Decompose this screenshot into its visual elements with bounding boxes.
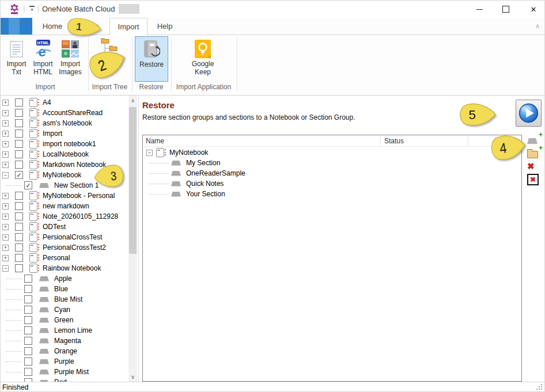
collapse-icon[interactable]: −	[2, 172, 9, 178]
expand-icon[interactable]: +	[2, 214, 9, 220]
checkbox[interactable]	[15, 223, 23, 231]
delete-all-button[interactable]: ✖	[527, 173, 543, 186]
expand-icon[interactable]: +	[2, 234, 9, 241]
expand-icon[interactable]: +	[2, 131, 9, 137]
checkbox[interactable]	[15, 109, 23, 117]
checkbox[interactable]	[15, 119, 23, 127]
collapse-icon[interactable]: −	[146, 150, 153, 156]
notebook-tree-item[interactable]: +ODTest	[1, 222, 128, 232]
checkbox[interactable]	[15, 130, 23, 138]
tree-scrollbar[interactable]: ∧ ∨	[128, 96, 137, 382]
column-header-name[interactable]: Name	[146, 137, 164, 145]
section-tree-item[interactable]: Purple	[1, 356, 128, 367]
column-header-status[interactable]: Status	[384, 137, 404, 145]
notebook-tree-item[interactable]: +Import	[1, 128, 128, 139]
checkbox[interactable]	[24, 357, 32, 366]
quick-access-dropdown-icon[interactable]: ▾	[28, 6, 36, 12]
section-tree-item[interactable]: Orange	[1, 346, 128, 356]
expand-icon[interactable]: +	[2, 193, 9, 199]
section-tree-item[interactable]: OneReaderSample	[143, 168, 431, 178]
section-tree-item[interactable]: Blue Mist	[1, 294, 128, 305]
checkbox[interactable]	[15, 243, 23, 252]
checkbox[interactable]	[24, 347, 32, 355]
notebook-tree-item[interactable]: −Rainbow Notebook	[1, 263, 128, 273]
checkbox[interactable]	[15, 140, 23, 148]
section-tree-item[interactable]: Cyan	[1, 305, 128, 315]
notebook-tree-item[interactable]: +Personal	[1, 253, 128, 263]
checkbox[interactable]: ✓	[24, 181, 32, 189]
checkbox[interactable]	[24, 306, 32, 314]
notebook-tree-item[interactable]: +PersionalCrossTest2	[1, 242, 128, 253]
column-separator[interactable]	[380, 136, 381, 145]
import-html-button[interactable]: HTML e Import HTML	[30, 36, 56, 82]
section-tree-item[interactable]: Green	[1, 315, 128, 325]
checkbox[interactable]	[15, 212, 23, 220]
section-tree-item[interactable]: My Section	[143, 158, 431, 168]
notebook-tree-item[interactable]: +MyNotebook - Personal	[1, 191, 128, 201]
minimize-button[interactable]	[470, 1, 489, 18]
import-images-button[interactable]: Import Images	[56, 36, 84, 82]
section-tree-item[interactable]: Blue	[1, 284, 128, 294]
tab-import[interactable]: Import	[109, 18, 147, 35]
tab-help[interactable]: Help	[150, 18, 179, 35]
notebook-tree-item[interactable]: +A4	[1, 97, 128, 108]
checkbox[interactable]	[15, 98, 23, 106]
notebook-tree-item[interactable]: +Note_20260105_112928	[1, 211, 128, 222]
run-restore-button[interactable]	[516, 100, 542, 127]
scroll-up-icon[interactable]: ∧	[128, 96, 137, 105]
expand-icon[interactable]: +	[2, 110, 9, 116]
collapse-ribbon-icon[interactable]: ∧	[535, 22, 540, 30]
resize-grip-icon[interactable]	[536, 384, 543, 391]
maximize-button[interactable]	[497, 1, 515, 18]
expand-icon[interactable]: +	[2, 141, 9, 147]
section-tree-item[interactable]: Red	[1, 377, 128, 382]
checkbox[interactable]	[24, 316, 32, 324]
expand-icon[interactable]: +	[2, 151, 9, 158]
checkbox[interactable]	[15, 233, 23, 241]
checkbox[interactable]	[24, 295, 32, 303]
scrollbar-thumb[interactable]	[129, 107, 137, 254]
notebook-tree-item[interactable]: −MyNotebook	[143, 147, 431, 158]
column-separator[interactable]	[468, 136, 468, 145]
notebook-tree-item[interactable]: +AccountShareRead	[1, 108, 128, 118]
checkbox[interactable]	[15, 264, 23, 272]
notebook-tree-item[interactable]: +new markdown	[1, 201, 128, 211]
checkbox[interactable]	[15, 161, 23, 169]
add-section-group-button[interactable]: +	[527, 147, 543, 159]
checkbox[interactable]	[15, 192, 23, 200]
notebook-tree-item[interactable]: +PersionalCrossTest	[1, 232, 128, 242]
expand-icon[interactable]: +	[2, 100, 9, 106]
section-tree-item[interactable]: Lemon Lime	[1, 325, 128, 336]
section-tree-item[interactable]: Magenta	[1, 336, 128, 346]
checkbox[interactable]	[24, 368, 32, 376]
section-tree-item[interactable]: Quick Notes	[143, 178, 431, 189]
close-button[interactable]: ✕	[524, 1, 543, 18]
notebook-tree-item[interactable]: +import notebook1	[1, 139, 128, 149]
checkbox[interactable]	[24, 285, 32, 293]
google-keep-button[interactable]: Google Keep	[185, 36, 221, 82]
checkbox[interactable]: ✓	[15, 171, 23, 179]
expand-icon[interactable]: +	[2, 203, 9, 210]
checkbox[interactable]	[15, 202, 23, 210]
restore-button[interactable]: Restore	[135, 36, 168, 82]
restore-listview[interactable]: Name Status −MyNotebookMy SectionOneRead…	[142, 135, 522, 382]
section-tree-item[interactable]: Apple	[1, 273, 128, 284]
checkbox[interactable]	[24, 275, 32, 283]
notebook-tree-item[interactable]: +LocalNotebook	[1, 149, 128, 159]
expand-icon[interactable]: +	[2, 245, 9, 251]
collapse-icon[interactable]: −	[2, 265, 9, 272]
section-tree-item[interactable]: Purple Mist	[1, 367, 128, 377]
expand-icon[interactable]: +	[2, 162, 9, 168]
checkbox[interactable]	[24, 326, 32, 334]
checkbox[interactable]	[15, 150, 23, 158]
checkbox[interactable]	[24, 337, 32, 345]
expand-icon[interactable]: +	[2, 120, 9, 127]
file-tab[interactable]	[1, 18, 32, 35]
checkbox[interactable]	[15, 254, 23, 262]
expand-icon[interactable]: +	[2, 224, 9, 230]
import-txt-button[interactable]: Import Txt	[3, 36, 29, 82]
section-tree-item[interactable]: Your Section	[143, 189, 431, 199]
scroll-down-icon[interactable]: ∨	[128, 372, 137, 382]
delete-button[interactable]: ✖	[527, 160, 543, 173]
notebook-tree-item[interactable]: +asm's Notebook	[1, 118, 128, 128]
